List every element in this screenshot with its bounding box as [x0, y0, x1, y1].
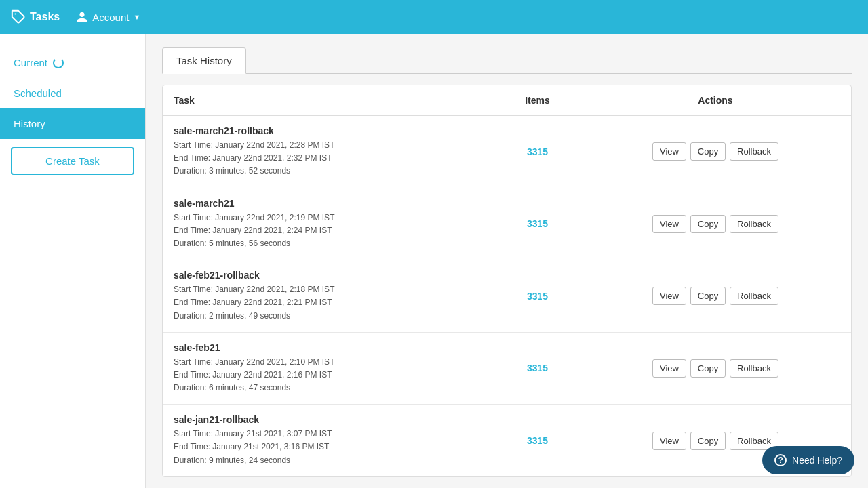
account-label: Account: [92, 12, 129, 23]
tab-task-history-label: Task History: [176, 55, 232, 66]
help-icon: ?: [774, 454, 787, 466]
rollback-button[interactable]: Rollback: [730, 142, 778, 161]
task-actions: View Copy Rollback: [580, 116, 851, 188]
content-area: Task History Task Items Actions sale-mar…: [146, 34, 868, 488]
table-row: sale-feb21 Start Time: January 22nd 2021…: [163, 332, 851, 405]
navbar: Tasks Account ▼: [0, 0, 868, 34]
tag-icon: [11, 9, 26, 24]
table-row: sale-jan21-rollback Start Time: January …: [163, 405, 851, 476]
table-body: sale-march21-rollback Start Time: Januar…: [163, 116, 851, 476]
task-meta: Start Time: January 22nd 2021, 2:18 PM I…: [174, 283, 484, 323]
task-table: Task Items Actions sale-march21-rollback…: [163, 85, 851, 476]
view-button[interactable]: View: [652, 432, 686, 450]
sidebar-current-label: Current: [14, 57, 47, 68]
rollback-button[interactable]: Rollback: [730, 287, 778, 305]
view-button[interactable]: View: [652, 215, 686, 233]
copy-button[interactable]: Copy: [690, 287, 726, 305]
tab-bar: Task History: [162, 47, 852, 74]
spinner-icon: [53, 58, 64, 68]
task-name: sale-march21: [174, 198, 484, 209]
nav-brand-label: Tasks: [30, 11, 60, 23]
sidebar-scheduled-label: Scheduled: [14, 87, 62, 99]
copy-button[interactable]: Copy: [690, 142, 726, 161]
view-button[interactable]: View: [652, 142, 686, 161]
task-cell: sale-jan21-rollback Start Time: January …: [163, 405, 495, 476]
task-name: sale-feb21: [174, 342, 484, 353]
task-items: 3315: [495, 260, 580, 333]
task-name: sale-jan21-rollback: [174, 414, 484, 425]
sidebar-item-history[interactable]: History: [0, 108, 145, 139]
create-task-button[interactable]: Create Task: [11, 147, 134, 175]
chevron-down-icon: ▼: [133, 13, 140, 21]
create-task-label: Create Task: [45, 155, 100, 167]
rollback-button[interactable]: Rollback: [730, 359, 778, 378]
task-actions: View Copy Rollback: [580, 260, 851, 333]
task-table-container: Task Items Actions sale-march21-rollback…: [162, 85, 852, 477]
task-meta: Start Time: January 22nd 2021, 2:28 PM I…: [174, 139, 484, 178]
table-row: sale-march21-rollback Start Time: Januar…: [163, 116, 851, 188]
col-actions: Actions: [580, 85, 851, 116]
task-cell: sale-feb21-rollback Start Time: January …: [163, 260, 495, 333]
task-items: 3315: [495, 405, 580, 476]
task-actions: View Copy Rollback: [580, 332, 851, 405]
need-help-button[interactable]: ? Need Help?: [762, 446, 854, 474]
nav-account[interactable]: Account ▼: [76, 11, 140, 23]
copy-button[interactable]: Copy: [690, 359, 726, 378]
task-meta: Start Time: January 21st 2021, 3:07 PM I…: [174, 428, 484, 467]
view-button[interactable]: View: [652, 359, 686, 378]
rollback-button[interactable]: Rollback: [730, 215, 778, 233]
task-cell: sale-feb21 Start Time: January 22nd 2021…: [163, 332, 495, 405]
sidebar-history-label: History: [14, 118, 45, 129]
tab-task-history[interactable]: Task History: [162, 47, 246, 74]
task-actions: View Copy Rollback: [580, 188, 851, 260]
col-task: Task: [163, 85, 495, 116]
main-layout: Current Scheduled History Create Task Ta…: [0, 34, 868, 488]
task-items: 3315: [495, 116, 580, 188]
sidebar: Current Scheduled History Create Task: [0, 34, 146, 488]
table-row: sale-march21 Start Time: January 22nd 20…: [163, 188, 851, 260]
task-items: 3315: [495, 332, 580, 405]
table-row: sale-feb21-rollback Start Time: January …: [163, 260, 851, 333]
table-header: Task Items Actions: [163, 85, 851, 116]
person-icon: [76, 11, 88, 23]
view-button[interactable]: View: [652, 287, 686, 305]
sidebar-item-scheduled[interactable]: Scheduled: [0, 78, 145, 108]
need-help-label: Need Help?: [792, 455, 842, 466]
task-meta: Start Time: January 22nd 2021, 2:10 PM I…: [174, 356, 484, 395]
task-cell: sale-march21 Start Time: January 22nd 20…: [163, 188, 495, 260]
col-items: Items: [495, 85, 580, 116]
task-name: sale-march21-rollback: [174, 125, 484, 136]
task-meta: Start Time: January 22nd 2021, 2:19 PM I…: [174, 211, 484, 251]
task-items: 3315: [495, 188, 580, 260]
sidebar-item-current[interactable]: Current: [0, 47, 145, 78]
task-cell: sale-march21-rollback Start Time: Januar…: [163, 116, 495, 188]
nav-brand[interactable]: Tasks: [11, 9, 60, 24]
copy-button[interactable]: Copy: [690, 432, 726, 450]
copy-button[interactable]: Copy: [690, 215, 726, 233]
task-name: sale-feb21-rollback: [174, 270, 484, 281]
